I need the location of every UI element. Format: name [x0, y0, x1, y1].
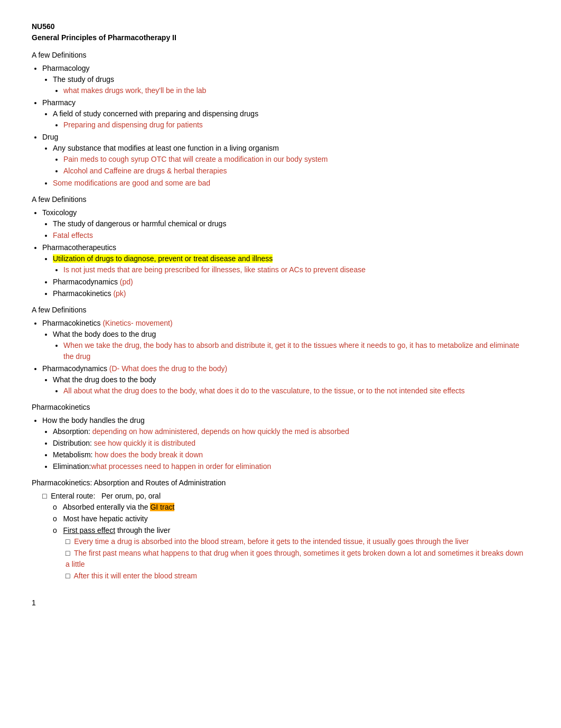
list-item: Alcohol and Caffeine are drugs & herbal … — [63, 165, 529, 177]
list-item: Pharmacokinetics (Kinetics- movement) Wh… — [42, 318, 529, 362]
list-item: Metabolism: how does the body break it d… — [53, 449, 529, 460]
list-item: □ Enteral route: Per orum, po, oral o Ab… — [42, 491, 529, 582]
list-item: Toxicology The study of dangerous or har… — [42, 207, 529, 241]
section-2-list: Toxicology The study of dangerous or har… — [32, 207, 529, 299]
list-item: Elimination:what processes need to happe… — [53, 461, 529, 472]
pharmacokinetics-header: Pharmacokinetics — [32, 402, 529, 413]
page-header: NU560 General Principles of Pharmacother… — [32, 21, 529, 43]
list-item: o First pass effect through the liver □ … — [53, 525, 529, 582]
list-item: □ The first past means what happens to t… — [66, 548, 529, 570]
list-item: Pain meds to cough syrup OTC that will c… — [63, 154, 529, 165]
list-item: o Most have hepatic activity — [53, 513, 529, 524]
list-item: Utilization of drugs to diagnose, preven… — [53, 253, 529, 275]
list-item: Drug Any substance that modifies at leas… — [42, 132, 529, 189]
list-item: The study of drugs what makes drugs work… — [53, 74, 529, 96]
list-item: □ After this it will enter the blood str… — [66, 570, 529, 582]
list-item: A field of study concerned with preparin… — [53, 108, 529, 131]
list-item: Pharmacotherapeutics Utilization of drug… — [42, 242, 529, 299]
list-item: Distribution: see how quickly it is dist… — [53, 438, 529, 449]
list-item: Absorption: depending on how administere… — [53, 426, 529, 437]
list-item: Fatal effects — [53, 230, 529, 241]
list-item: Pharmacy A field of study concerned with… — [42, 97, 529, 131]
absorption-list: □ Enteral route: Per orum, po, oral o Ab… — [32, 491, 529, 582]
course-code: NU560 — [32, 21, 529, 32]
list-item: Preparing and dispensing drug for patien… — [63, 119, 529, 131]
list-item: Any substance that modifies at least one… — [53, 143, 529, 177]
section-3-header: A few Definitions — [32, 305, 529, 316]
page-number: 1 — [32, 597, 529, 609]
pharmacokinetics-list: How the body handles the drug Absorption… — [32, 415, 529, 472]
section-2: A few Definitions Toxicology The study o… — [32, 194, 529, 299]
list-item: What the drug does to the body All about… — [53, 374, 529, 397]
section-2-header: A few Definitions — [32, 194, 529, 205]
list-item: The study of dangerous or harmful chemic… — [53, 218, 529, 229]
page-title: General Principles of Pharmacotherapy II — [32, 32, 529, 43]
list-item: All about what the drug does to the body… — [63, 385, 529, 397]
list-item: Pharmacodynamics (pd) — [53, 277, 529, 288]
list-item: Pharmacokinetics (pk) — [53, 288, 529, 299]
list-item: What the body does to the drug When we t… — [53, 329, 529, 362]
list-item: Pharmacodynamics (D- What does the drug … — [42, 363, 529, 397]
list-item: When we take the drug, the body has to a… — [63, 340, 529, 362]
list-item: o Absorbed enterally via the GI tract — [53, 502, 529, 513]
section-1: A few Definitions Pharmacology The study… — [32, 50, 529, 189]
list-item: Some modifications are good and some are… — [53, 178, 529, 189]
pharmacokinetics-absorption-section: Pharmacokinetics: Absorption and Routes … — [32, 477, 529, 582]
pharmacokinetics-absorption-header: Pharmacokinetics: Absorption and Routes … — [32, 477, 529, 489]
section-1-list: Pharmacology The study of drugs what mak… — [32, 63, 529, 189]
section-1-header: A few Definitions — [32, 50, 529, 61]
list-item: Is not just meds that are being prescrib… — [63, 264, 529, 275]
list-item: How the body handles the drug Absorption… — [42, 415, 529, 472]
pharmacokinetics-section: Pharmacokinetics How the body handles th… — [32, 402, 529, 472]
section-3: A few Definitions Pharmacokinetics (Kine… — [32, 305, 529, 397]
section-3-list: Pharmacokinetics (Kinetics- movement) Wh… — [32, 318, 529, 397]
list-item: what makes drugs work, they'll be in the… — [63, 85, 529, 96]
list-item: □ Every time a drug is absorbed into the… — [66, 536, 529, 547]
list-item: Pharmacology The study of drugs what mak… — [42, 63, 529, 96]
